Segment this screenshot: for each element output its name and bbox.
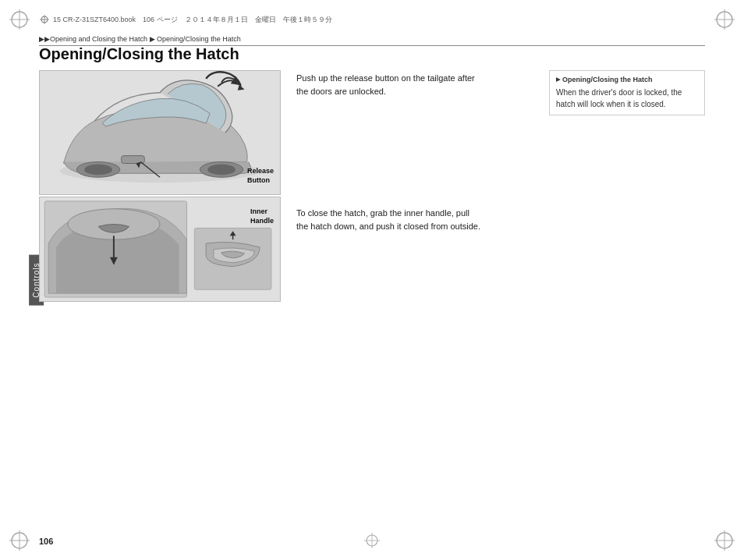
svg-point-23 xyxy=(84,164,112,175)
left-column: Release Button xyxy=(39,70,281,529)
corner-mark-tr xyxy=(713,8,736,31)
right-column: Push up the release button on the tailga… xyxy=(289,70,705,529)
top-image-box: Release Button xyxy=(39,70,281,195)
corner-mark-bl xyxy=(8,529,31,552)
breadcrumb: ▶▶Opening and Closing the Hatch ▶ Openin… xyxy=(39,34,705,46)
main-content: Release Button xyxy=(39,70,705,529)
side-note-title: Opening/Closing the Hatch xyxy=(556,76,698,83)
meta-text: 15 CR-Z-31SZT6400.book 106 ページ ２０１４年８月１日… xyxy=(53,15,332,25)
page-title: Opening/Closing the Hatch xyxy=(39,45,239,63)
inner-handle-label: Inner Handle xyxy=(250,207,274,225)
description-top: Push up the release button on the tailga… xyxy=(296,72,484,97)
corner-mark-br xyxy=(713,529,736,552)
corner-mark-tl xyxy=(8,8,31,31)
meta-crosshair-icon xyxy=(39,14,50,25)
breadcrumb-text: ▶▶Opening and Closing the Hatch ▶ Openin… xyxy=(39,35,241,43)
side-note-box: Opening/Closing the Hatch When the drive… xyxy=(549,70,705,115)
side-note-body: When the driver's door is locked, the ha… xyxy=(556,87,698,110)
svg-point-24 xyxy=(207,164,236,175)
release-button-label: Release Button xyxy=(247,166,274,185)
bottom-center-mark xyxy=(363,532,381,551)
bottom-image-box: Inner Handle xyxy=(39,197,281,302)
page-number: 106 xyxy=(39,537,53,546)
description-bottom: To close the hatch, grab the inner handl… xyxy=(296,207,484,232)
meta-bar: 15 CR-Z-31SZT6400.book 106 ページ ２０１４年８月１日… xyxy=(39,14,705,25)
